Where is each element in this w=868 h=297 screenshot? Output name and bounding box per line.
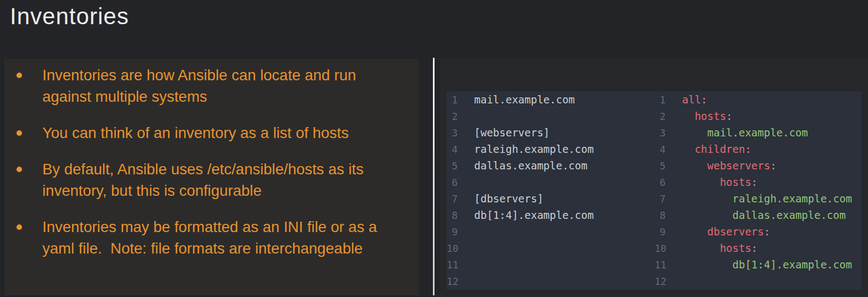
bullet-dot-icon (17, 73, 22, 78)
line-number: 9 (655, 226, 666, 238)
line-number: 6 (447, 177, 458, 188)
code-line: 7[dbservers] (447, 190, 594, 207)
line-number: 12 (655, 276, 666, 287)
code-line: 4raleigh.example.com (447, 141, 594, 157)
line-number: 1 (655, 94, 666, 106)
line-number: 8 (655, 210, 666, 221)
code-line: 3[webservers] (447, 124, 594, 141)
code-line: 2 (447, 108, 594, 124)
ini-inventory-editor: 1mail.example.com23[webservers]4raleigh.… (447, 91, 594, 289)
line-number: 6 (655, 177, 666, 188)
bullet-panel: Inventories are how Ansible can locate a… (4, 59, 419, 295)
bullet-item: Inventories are how Ansible can locate a… (17, 64, 419, 107)
code-line: 5dallas.example.com (447, 157, 594, 174)
bullet-text: Inventories may be formatted as an INI f… (42, 216, 377, 259)
bullet-dot-icon (17, 130, 22, 136)
bullet-item: Inventories may be formatted as an INI f… (17, 216, 419, 259)
line-number: 4 (655, 144, 666, 155)
code-line: 5webservers: (655, 157, 852, 174)
line-number: 12 (447, 276, 458, 287)
code-panel: 1mail.example.com23[webservers]4raleigh.… (440, 58, 868, 297)
code-line: 11 (447, 256, 594, 273)
line-number: 2 (447, 111, 458, 122)
code-line: 4children: (655, 141, 852, 157)
line-number: 1 (447, 94, 458, 106)
yaml-inventory-editor: 1all:2hosts:3mail.example.com4children:5… (655, 91, 852, 289)
line-number: 3 (655, 127, 666, 139)
line-number: 9 (447, 226, 458, 238)
bullet-text: Inventories are how Ansible can locate a… (42, 64, 356, 107)
code-line: 12 (447, 273, 594, 289)
bullet-text: By default, Ansible uses /etc/ansible/ho… (42, 158, 364, 201)
bullet-dot-icon (17, 167, 22, 172)
code-line: 9dbservers: (655, 223, 852, 240)
code-line: 11db[1:4].example.com (655, 256, 852, 273)
vertical-divider (433, 58, 435, 295)
line-number: 5 (655, 160, 666, 172)
code-line: 2hosts: (655, 108, 852, 124)
code-line: 1mail.example.com (447, 91, 594, 108)
line-number: 11 (655, 259, 666, 271)
code-line: 3mail.example.com (655, 124, 852, 141)
code-line: 10hosts: (655, 240, 852, 256)
line-number: 2 (655, 111, 666, 122)
code-line: 6 (447, 174, 594, 190)
code-line: 10 (447, 240, 594, 256)
line-number: 11 (447, 259, 458, 271)
line-number: 10 (655, 243, 666, 254)
page-title: Inventories (10, 3, 129, 30)
line-number: 5 (447, 160, 458, 172)
line-number: 8 (447, 210, 458, 221)
bullet-text: You can think of an inventory as a list … (42, 122, 349, 144)
line-number: 7 (655, 193, 666, 205)
code-line: 8dallas.example.com (655, 207, 852, 223)
bullet-dot-icon (17, 224, 22, 230)
bullet-item: By default, Ansible uses /etc/ansible/ho… (17, 158, 419, 201)
bullet-list: Inventories are how Ansible can locate a… (4, 59, 419, 259)
code-editors-area: 1mail.example.com23[webservers]4raleigh.… (447, 91, 861, 290)
line-number: 3 (447, 127, 458, 139)
line-number: 10 (447, 243, 458, 254)
code-line: 8db[1:4].example.com (447, 207, 594, 223)
code-line: 12 (655, 273, 852, 289)
code-line: 6hosts: (655, 174, 852, 190)
bullet-item: You can think of an inventory as a list … (17, 122, 419, 144)
line-number: 7 (447, 193, 458, 205)
code-line: 9 (447, 223, 594, 240)
code-line: 1all: (655, 91, 852, 108)
line-number: 4 (447, 144, 458, 155)
code-line: 7raleigh.example.com (655, 190, 852, 207)
